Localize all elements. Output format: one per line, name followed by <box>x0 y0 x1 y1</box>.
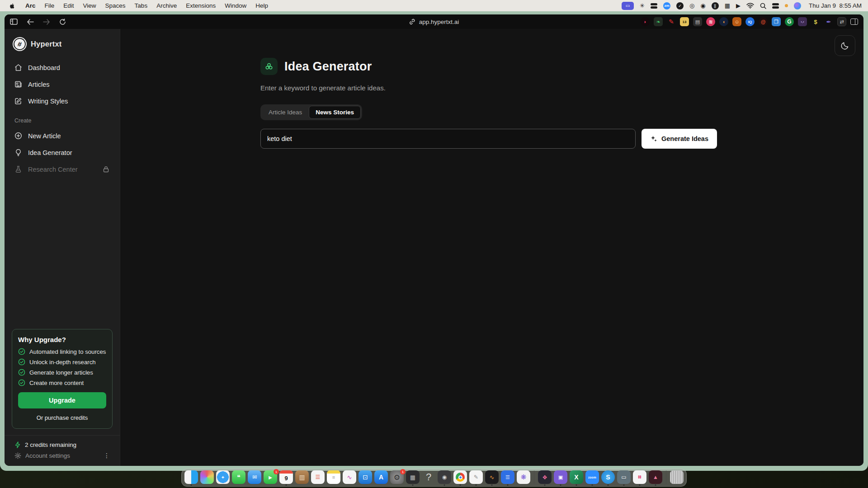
tab-article-ideas[interactable]: Article Ideas <box>262 106 309 119</box>
zoom-menubar-icon[interactable]: zm <box>663 2 670 9</box>
dock-finder-icon[interactable] <box>184 470 198 484</box>
document-extension-icon[interactable]: ❐ <box>772 17 781 26</box>
dock-textedit-icon[interactable]: ✎ <box>469 470 483 484</box>
calendar-extension-icon[interactable]: 13 <box>680 17 689 26</box>
url-bar[interactable]: app.hypertxt.ai <box>409 19 459 25</box>
menu-item-spaces[interactable]: Spaces <box>101 2 130 9</box>
forward-button[interactable] <box>43 19 50 25</box>
dock-launchpad-icon[interactable] <box>200 470 214 484</box>
account-settings[interactable]: Account settings ⋮ <box>14 452 110 459</box>
reader-extension-icon[interactable]: ▤ <box>693 17 702 26</box>
brand[interactable]: # Hypertxt <box>14 38 111 50</box>
code-extension-icon[interactable]: ›.‹ <box>798 17 807 26</box>
split-view-icon[interactable] <box>850 19 858 25</box>
sidebar-item-research-center[interactable]: Research Center <box>11 161 113 178</box>
dock-unknown-app-icon[interactable]: ? <box>422 470 435 484</box>
menu-item-window[interactable]: Window <box>220 2 251 9</box>
kebab-menu-icon[interactable]: ⋮ <box>104 452 110 459</box>
iq-extension-icon[interactable]: IQ <box>745 17 755 26</box>
app-sidebar: # Hypertxt Dashboard Articles Writing St… <box>5 29 120 466</box>
dock-mail-icon[interactable]: ✉ <box>248 470 261 484</box>
shutter-icon[interactable]: ◎ <box>689 2 694 9</box>
reload-button[interactable] <box>59 19 66 25</box>
sidebar-item-new-article[interactable]: New Article <box>11 127 113 144</box>
dock-excel-icon[interactable]: X <box>570 470 583 484</box>
dock-screenshot-icon[interactable]: ◉ <box>438 470 451 484</box>
dock-zoom-icon[interactable]: zoom <box>585 470 599 484</box>
dock-notes-icon[interactable]: ≡ <box>327 470 340 484</box>
dock-calendar-icon[interactable]: 9 <box>279 470 293 484</box>
menu-item-arc[interactable]: Arc <box>21 2 40 9</box>
dock-bird-app-icon[interactable]: ❖ <box>538 470 552 484</box>
flask-icon <box>14 165 22 173</box>
dock-sparkle-app-icon[interactable]: ❋ <box>517 470 530 484</box>
menu-item-file[interactable]: File <box>40 2 59 9</box>
flux-icon[interactable]: ✳ <box>640 2 645 9</box>
grammarly-extension-icon[interactable]: G <box>785 17 794 26</box>
sidebar-item-dashboard[interactable]: Dashboard <box>11 59 113 76</box>
menu-item-tabs[interactable]: Tabs <box>130 2 152 9</box>
checkmark-app-icon[interactable]: ✓ <box>676 2 684 9</box>
menu-item-view[interactable]: View <box>79 2 101 9</box>
browser-toolbar: app.hypertxt.ai ◗ ❧ ✎ 13 ▤ ≋ ◖ ☺ IQ @ ❐ … <box>5 14 863 29</box>
dock-facetime-icon[interactable]: ▶1 <box>264 470 277 484</box>
sidebar-item-articles[interactable]: Articles <box>11 76 113 93</box>
red-pen-extension-icon[interactable]: ✎ <box>667 17 676 26</box>
sidebar-item-idea-generator[interactable]: Idea Generator <box>11 144 113 161</box>
stacked-pills-icon[interactable] <box>772 3 779 9</box>
check-circle-icon <box>18 358 25 366</box>
dock-app-store-icon[interactable]: A <box>374 470 388 484</box>
dock-trash-icon[interactable] <box>670 470 684 484</box>
dock-messages-icon[interactable]: ❝ <box>232 470 245 484</box>
sidebar-item-writing-styles[interactable]: Writing Styles <box>11 93 113 109</box>
dock-descript-icon[interactable]: ☰ <box>501 470 514 484</box>
record-icon[interactable]: ◉ <box>700 2 705 9</box>
keyword-input[interactable] <box>260 129 636 149</box>
screen-mirroring-icon[interactable]: ▭ <box>622 2 634 10</box>
play-circle-icon[interactable]: ▶ <box>736 2 741 9</box>
dock-slack-icon[interactable]: ⌗ <box>633 470 646 484</box>
brand-name: Hypertxt <box>31 40 62 48</box>
apple-menu-icon[interactable] <box>9 3 15 9</box>
swirl-extension-icon[interactable]: ◖ <box>719 17 728 26</box>
sidebar-toggle-icon[interactable] <box>10 19 18 25</box>
menu-bar-clock[interactable]: Thu Jan 9 8:55 AM <box>807 2 862 9</box>
dock-pink-app-icon[interactable]: ▲ <box>649 470 662 484</box>
spotlight-search-icon[interactable] <box>760 3 766 9</box>
menu-item-help[interactable]: Help <box>251 2 273 9</box>
dock-safari-icon[interactable]: ✦ <box>216 470 230 484</box>
dollar-extension-icon[interactable]: $ <box>811 17 820 26</box>
quill-extension-icon[interactable]: ✒ <box>824 17 833 26</box>
dark-mode-toggle[interactable] <box>835 35 855 56</box>
menu-item-edit[interactable]: Edit <box>59 2 78 9</box>
list-menu-icon[interactable] <box>651 3 657 9</box>
tab-news-stories[interactable]: News Stories <box>309 106 361 119</box>
menu-item-extensions[interactable]: Extensions <box>181 2 220 9</box>
dock-skype-icon[interactable]: S <box>601 470 615 484</box>
back-button[interactable] <box>27 19 34 25</box>
at-spiral-extension-icon[interactable]: @ <box>759 17 768 26</box>
robot-extension-icon[interactable]: ☺ <box>732 17 741 26</box>
dock-settings-icon[interactable]: ⚙1 <box>390 470 404 484</box>
purchase-credits-link[interactable]: Or purchase credits <box>18 414 106 421</box>
dock-chrome-icon[interactable] <box>453 470 467 484</box>
menu-item-archive[interactable]: Archive <box>152 2 181 9</box>
dock-calculator-icon[interactable]: ▦ <box>406 470 420 484</box>
extension-settings-icon[interactable]: ⇄ <box>837 17 846 26</box>
striped-extension-icon[interactable]: ≋ <box>706 17 715 26</box>
siri-icon[interactable] <box>794 2 801 9</box>
dock-reminders-icon[interactable]: ☰ <box>311 470 325 484</box>
dock-keynote-icon[interactable]: ⊡ <box>359 470 372 484</box>
wifi-icon[interactable] <box>746 3 754 9</box>
dock-contacts-icon[interactable]: ▥ <box>295 470 309 484</box>
upgrade-button[interactable]: Upgrade <box>18 392 106 408</box>
droplet-extension-icon[interactable]: ◗ <box>641 17 650 26</box>
dock-voice-memos-icon[interactable]: ∿ <box>485 470 499 484</box>
audio-waveform-icon[interactable]: || <box>712 2 719 9</box>
generate-ideas-button[interactable]: Generate Ideas <box>642 129 717 149</box>
plant-extension-icon[interactable]: ❧ <box>654 17 663 26</box>
grid-app-icon[interactable]: ▦ <box>725 2 730 9</box>
dock-media-app-icon[interactable]: ▣ <box>554 470 567 484</box>
dock-freeform-icon[interactable]: ∿ <box>343 470 356 484</box>
dock-capture-app-icon[interactable]: ▭ <box>617 470 631 484</box>
